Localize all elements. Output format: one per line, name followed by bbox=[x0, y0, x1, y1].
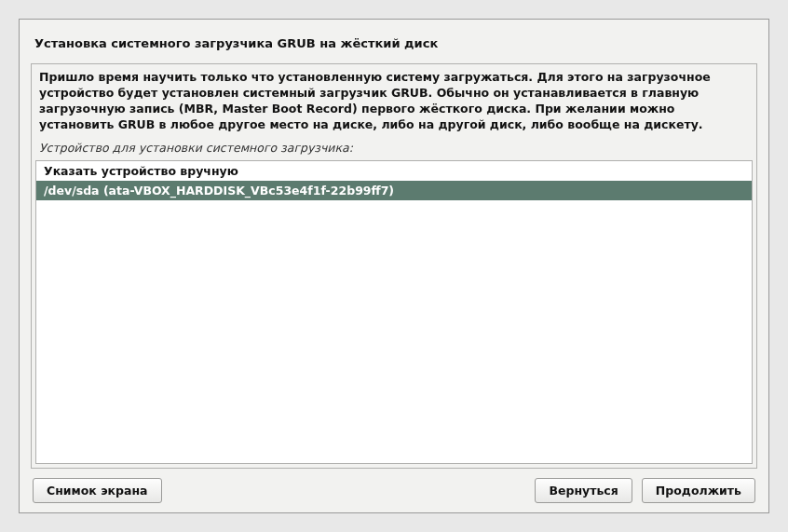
back-button[interactable]: Вернуться bbox=[535, 478, 632, 503]
button-row: Снимок экрана Вернуться Продолжить bbox=[31, 469, 757, 503]
screenshot-button[interactable]: Снимок экрана bbox=[33, 478, 162, 503]
installer-window: Установка системного загрузчика GRUB на … bbox=[19, 19, 769, 513]
device-list: Указать устройство вручную /dev/sda (ata… bbox=[35, 160, 753, 465]
page-title: Установка системного загрузчика GRUB на … bbox=[31, 29, 757, 63]
instructions-text: Пришло время научить только что установл… bbox=[34, 66, 754, 139]
option-manual[interactable]: Указать устройство вручную bbox=[36, 161, 752, 181]
continue-button[interactable]: Продолжить bbox=[642, 478, 755, 503]
content-panel: Пришло время научить только что установл… bbox=[31, 63, 757, 469]
prompt-label: Устройство для установки системного загр… bbox=[34, 139, 754, 158]
option-dev-sda[interactable]: /dev/sda (ata-VBOX_HARDDISK_VBc53e4f1f-2… bbox=[36, 181, 752, 200]
